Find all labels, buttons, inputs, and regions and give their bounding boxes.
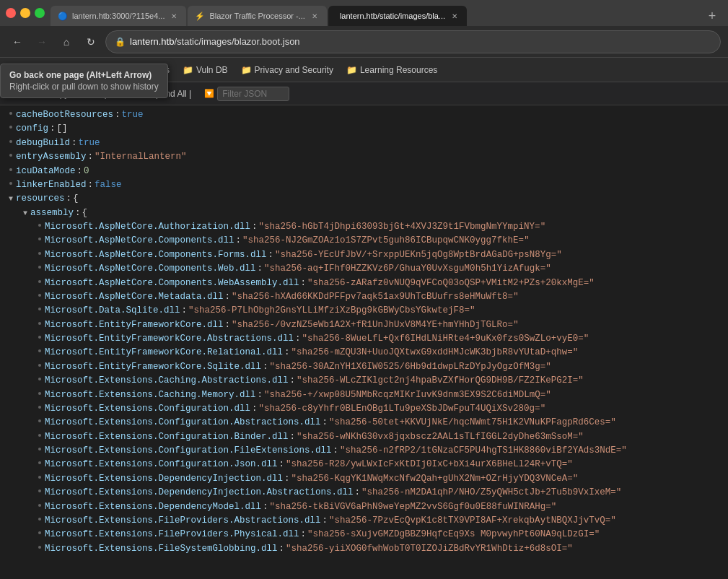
json-key: Microsoft.Extensions.Caching.Memory.dll: [45, 388, 256, 402]
filter-input[interactable]: [217, 87, 289, 101]
svg-point-4: [9, 168, 12, 171]
json-line: Microsoft.Extensions.Configuration.Abstr…: [0, 416, 728, 430]
json-value: "sha256-mZQU3N+UuoJQXtwxG9xddHMJcWK3bjbR…: [291, 346, 579, 360]
json-key: Microsoft.Extensions.FileProviders.Physi…: [45, 528, 299, 541]
tab-icon: ⚡: [195, 12, 205, 21]
toggle-leaf: [35, 390, 45, 401]
json-line: Microsoft.Extensions.FileProviders.Abstr…: [0, 514, 728, 528]
json-value: []: [57, 122, 68, 136]
svg-point-19: [38, 406, 41, 409]
bookmark-label: Privacy and Security: [255, 65, 333, 75]
new-tab-button[interactable]: +: [702, 6, 722, 26]
address-bar[interactable]: 🔒 lantern.htb/static/images/blazor.boot.…: [105, 30, 721, 53]
json-line: Microsoft.EntityFrameworkCore.Abstractio…: [0, 332, 728, 346]
json-value: "sha256-tkBiVGV6aPhN9weYepMZ2vvS6Ggf0u0E…: [270, 500, 557, 514]
svg-point-0: [9, 112, 12, 115]
json-line: Microsoft.EntityFrameworkCore.Relational…: [0, 346, 728, 360]
minimize-window-button[interactable]: −: [20, 8, 30, 18]
json-value: "sha256-aq+IFhf0HZZKVz6P/GhuaY0UvXsguM0h…: [264, 262, 551, 276]
home-button[interactable]: ⌂: [56, 32, 76, 52]
json-value: "sha256-NJ2GmZOAz1o1S7ZPvt5guh86ICBupqwC…: [242, 234, 530, 248]
json-line: Microsoft.Data.Sqlite.dll: "sha256-P7LhO…: [0, 304, 728, 318]
svg-point-11: [38, 294, 41, 297]
close-window-button[interactable]: ×: [6, 8, 16, 18]
toggle-open[interactable]: [6, 193, 16, 205]
toggle-leaf: [35, 292, 45, 303]
toggle-leaf: [6, 166, 16, 178]
filter-area: 🔽: [204, 87, 289, 101]
toggle-leaf: [35, 278, 45, 290]
back-button[interactable]: ←: [7, 32, 27, 52]
json-value: "InternalLantern": [95, 150, 187, 164]
tab-close-button[interactable]: ✕: [310, 11, 320, 21]
json-line: Microsoft.Extensions.Caching.Memory.dll:…: [0, 388, 728, 402]
json-key: resources: [16, 192, 65, 206]
bookmark-bm4[interactable]: 📁Privacy and Security: [235, 62, 339, 78]
toggle-leaf: [35, 459, 45, 471]
toggle-leaf: [35, 320, 45, 331]
json-value: "sha256-7PzvEcQvpK1c8tTX9VPI8AF+XrekqbAy…: [329, 514, 616, 528]
toggle-open[interactable]: [20, 208, 30, 219]
refresh-button[interactable]: ↻: [81, 32, 101, 52]
browser-window: × − □ 🔵 lantern.htb:3000/?115e4... ✕ ⚡ B…: [0, 0, 728, 579]
json-key: Microsoft.Extensions.Caching.Abstraction…: [45, 374, 289, 388]
json-value: "sha256-n2fRP2/1tGNzaCF5PU4hgTS1HK8860vi…: [340, 444, 627, 458]
toggle-leaf: [6, 123, 16, 135]
tab-label: Blazor Traffic Processor -...: [209, 12, 304, 20]
json-key: Microsoft.Extensions.DependencyModel.dll: [45, 500, 261, 514]
toggle-leaf: [35, 222, 45, 233]
json-line: Microsoft.AspNetCore.Components.WebAssem…: [0, 277, 728, 290]
browser-tab-tab2[interactable]: ⚡ Blazor Traffic Processor -... ✕: [188, 6, 326, 26]
tab-close-button[interactable]: ✕: [449, 11, 460, 21]
json-line: Microsoft.Extensions.Configuration.Binde…: [0, 430, 728, 444]
bookmark-label: Learning Resources: [360, 65, 437, 75]
bookmark-bm3[interactable]: 📁Vuln DB: [177, 62, 234, 78]
json-key: Microsoft.Extensions.Configuration.FileE…: [45, 444, 332, 458]
bookmark-label: Vuln DB: [196, 65, 228, 75]
svg-point-14: [38, 336, 41, 339]
json-value: true: [122, 108, 144, 122]
svg-point-17: [38, 378, 41, 380]
tab-label: lantern.htb:3000/?115e4...: [72, 12, 165, 20]
window-controls: × − □: [6, 8, 45, 18]
json-line: entryAssembly: "InternalLantern": [0, 150, 728, 164]
json-key: icuDataMode: [16, 165, 76, 178]
title-bar: × − □ 🔵 lantern.htb:3000/?115e4... ✕ ⚡ B…: [0, 0, 728, 26]
toggle-leaf: [35, 515, 45, 527]
svg-point-28: [38, 531, 41, 534]
json-line: Microsoft.Extensions.Configuration.FileE…: [0, 444, 728, 458]
json-value: "sha256-c8yYhfr0BLEnOBg1LTu9peXSbJDwFpuT…: [259, 402, 546, 416]
json-line: Microsoft.AspNetCore.Components.Web.dll:…: [0, 262, 728, 276]
maximize-window-button[interactable]: □: [35, 8, 45, 18]
svg-point-23: [38, 461, 41, 464]
tab-close-button[interactable]: ✕: [169, 11, 179, 21]
forward-button[interactable]: →: [32, 32, 52, 52]
json-value: "sha256-yiiXOG0fwhWobT0T0IZOJiZBdRvYR1Wh…: [286, 542, 573, 556]
svg-point-21: [38, 434, 41, 437]
svg-point-8: [38, 252, 41, 255]
svg-point-22: [38, 448, 41, 450]
browser-tab-tab3[interactable]: lantern.htb/static/images/bla... ✕: [328, 6, 467, 26]
svg-point-6: [38, 224, 41, 227]
json-value: 0: [84, 165, 89, 178]
svg-point-12: [38, 308, 41, 310]
security-icon: 🔒: [115, 37, 126, 47]
json-key: Microsoft.Extensions.FileSystemGlobbing.…: [45, 542, 278, 556]
json-key: Microsoft.AspNetCore.Components.WebAssem…: [45, 277, 299, 290]
json-line: Microsoft.AspNetCore.Components.dll: "sh…: [0, 234, 728, 248]
toggle-leaf: [35, 375, 45, 387]
toggle-leaf: [35, 487, 45, 499]
bookmark-bm5[interactable]: 📁Learning Resources: [341, 62, 443, 78]
json-line: Microsoft.Extensions.Configuration.Json.…: [0, 458, 728, 471]
json-line: Microsoft.Extensions.Configuration.dll: …: [0, 402, 728, 416]
tooltip-line2: Right-click or pull down to show history: [9, 82, 159, 92]
json-key: Microsoft.Extensions.Configuration.Abstr…: [45, 416, 321, 430]
toggle-leaf: [35, 417, 45, 429]
json-key: Microsoft.EntityFrameworkCore.dll: [45, 318, 224, 332]
browser-tab-tab1[interactable]: 🔵 lantern.htb:3000/?115e4... ✕: [51, 6, 186, 26]
toggle-leaf: [35, 264, 45, 275]
json-key: Microsoft.AspNetCore.Components.Forms.dl…: [45, 248, 267, 262]
json-key: Microsoft.Extensions.Configuration.dll: [45, 402, 250, 416]
toggle-leaf: [35, 362, 45, 373]
json-key: Microsoft.Extensions.DependencyInjection…: [45, 472, 283, 486]
